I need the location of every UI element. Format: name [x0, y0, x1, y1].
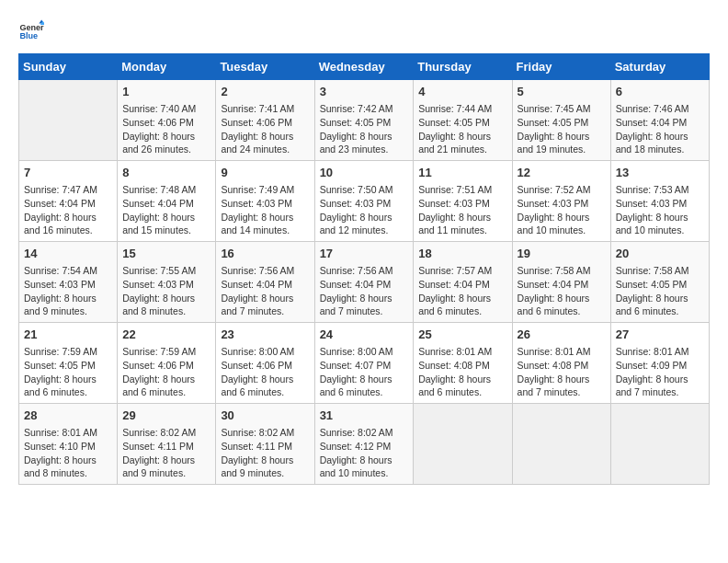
- calendar-cell: 7Sunrise: 7:47 AMSunset: 4:04 PMDaylight…: [19, 161, 118, 242]
- day-number: 13: [616, 165, 704, 181]
- calendar-week-row: 1Sunrise: 7:40 AMSunset: 4:06 PMDaylight…: [19, 80, 710, 161]
- calendar-cell: 29Sunrise: 8:02 AMSunset: 4:11 PMDayligh…: [118, 404, 216, 485]
- calendar-cell: 13Sunrise: 7:53 AMSunset: 4:03 PMDayligh…: [610, 161, 709, 242]
- day-info: Sunrise: 7:45 AMSunset: 4:05 PMDaylight:…: [518, 102, 606, 156]
- day-number: 25: [418, 327, 506, 343]
- day-info: Sunrise: 7:57 AMSunset: 4:04 PMDaylight:…: [418, 264, 506, 318]
- calendar-cell: 20Sunrise: 7:58 AMSunset: 4:05 PMDayligh…: [610, 242, 709, 323]
- calendar-cell: 16Sunrise: 7:56 AMSunset: 4:04 PMDayligh…: [216, 242, 314, 323]
- day-info: Sunrise: 7:51 AMSunset: 4:03 PMDaylight:…: [418, 183, 506, 237]
- day-number: 20: [616, 246, 704, 262]
- day-info: Sunrise: 7:47 AMSunset: 4:04 PMDaylight:…: [24, 183, 112, 237]
- calendar-cell: 27Sunrise: 8:01 AMSunset: 4:09 PMDayligh…: [610, 323, 709, 404]
- day-number: 10: [320, 165, 409, 181]
- day-info: Sunrise: 7:55 AMSunset: 4:03 PMDaylight:…: [122, 264, 210, 318]
- calendar-cell: 24Sunrise: 8:00 AMSunset: 4:07 PMDayligh…: [314, 323, 414, 404]
- day-number: 22: [122, 327, 210, 343]
- calendar-cell: 2Sunrise: 7:41 AMSunset: 4:06 PMDaylight…: [216, 80, 314, 161]
- calendar-week-row: 7Sunrise: 7:47 AMSunset: 4:04 PMDaylight…: [19, 161, 710, 242]
- calendar-cell: 23Sunrise: 8:00 AMSunset: 4:06 PMDayligh…: [216, 323, 314, 404]
- day-info: Sunrise: 7:48 AMSunset: 4:04 PMDaylight:…: [122, 183, 210, 237]
- day-number: 3: [320, 84, 409, 100]
- day-number: 23: [221, 327, 309, 343]
- day-info: Sunrise: 7:56 AMSunset: 4:04 PMDaylight:…: [320, 264, 409, 318]
- calendar-cell: 5Sunrise: 7:45 AMSunset: 4:05 PMDaylight…: [512, 80, 610, 161]
- day-number: 6: [616, 84, 704, 100]
- day-info: Sunrise: 7:58 AMSunset: 4:04 PMDaylight:…: [518, 264, 606, 318]
- day-info: Sunrise: 7:59 AMSunset: 4:05 PMDaylight:…: [24, 345, 112, 399]
- day-number: 29: [122, 408, 210, 424]
- day-number: 11: [418, 165, 506, 181]
- weekday-header-saturday: Saturday: [610, 54, 709, 80]
- day-info: Sunrise: 8:02 AMSunset: 4:12 PMDaylight:…: [320, 426, 409, 480]
- calendar-cell: 1Sunrise: 7:40 AMSunset: 4:06 PMDaylight…: [118, 80, 216, 161]
- day-number: 1: [122, 84, 210, 100]
- day-number: 26: [518, 327, 606, 343]
- calendar-week-row: 21Sunrise: 7:59 AMSunset: 4:05 PMDayligh…: [19, 323, 710, 404]
- day-info: Sunrise: 7:56 AMSunset: 4:04 PMDaylight:…: [221, 264, 309, 318]
- calendar-cell: 6Sunrise: 7:46 AMSunset: 4:04 PMDaylight…: [610, 80, 709, 161]
- weekday-header-monday: Monday: [118, 54, 216, 80]
- day-number: 16: [221, 246, 309, 262]
- calendar-cell: 8Sunrise: 7:48 AMSunset: 4:04 PMDaylight…: [118, 161, 216, 242]
- calendar-cell: [610, 404, 709, 485]
- day-number: 5: [518, 84, 606, 100]
- calendar-cell: 21Sunrise: 7:59 AMSunset: 4:05 PMDayligh…: [19, 323, 118, 404]
- day-info: Sunrise: 7:46 AMSunset: 4:04 PMDaylight:…: [616, 102, 704, 156]
- weekday-header-tuesday: Tuesday: [216, 54, 314, 80]
- day-info: Sunrise: 8:00 AMSunset: 4:07 PMDaylight:…: [320, 345, 409, 399]
- day-info: Sunrise: 7:40 AMSunset: 4:06 PMDaylight:…: [122, 102, 210, 156]
- day-number: 9: [221, 165, 309, 181]
- day-info: Sunrise: 8:01 AMSunset: 4:09 PMDaylight:…: [616, 345, 704, 399]
- day-info: Sunrise: 7:44 AMSunset: 4:05 PMDaylight:…: [418, 102, 506, 156]
- calendar-cell: [19, 80, 118, 161]
- page-header: General Blue: [18, 18, 710, 44]
- calendar-cell: 12Sunrise: 7:52 AMSunset: 4:03 PMDayligh…: [512, 161, 610, 242]
- day-info: Sunrise: 7:59 AMSunset: 4:06 PMDaylight:…: [122, 345, 210, 399]
- day-info: Sunrise: 7:52 AMSunset: 4:03 PMDaylight:…: [518, 183, 606, 237]
- day-number: 27: [616, 327, 704, 343]
- day-info: Sunrise: 8:00 AMSunset: 4:06 PMDaylight:…: [221, 345, 309, 399]
- calendar-cell: 17Sunrise: 7:56 AMSunset: 4:04 PMDayligh…: [314, 242, 414, 323]
- day-info: Sunrise: 7:41 AMSunset: 4:06 PMDaylight:…: [221, 102, 309, 156]
- logo-icon: General Blue: [18, 18, 44, 44]
- calendar-cell: [414, 404, 512, 485]
- calendar-cell: 26Sunrise: 8:01 AMSunset: 4:08 PMDayligh…: [512, 323, 610, 404]
- day-info: Sunrise: 8:01 AMSunset: 4:10 PMDaylight:…: [24, 426, 112, 480]
- day-number: 15: [122, 246, 210, 262]
- weekday-header-thursday: Thursday: [414, 54, 512, 80]
- day-info: Sunrise: 7:53 AMSunset: 4:03 PMDaylight:…: [616, 183, 704, 237]
- day-info: Sunrise: 7:49 AMSunset: 4:03 PMDaylight:…: [221, 183, 309, 237]
- day-number: 4: [418, 84, 506, 100]
- calendar-cell: 14Sunrise: 7:54 AMSunset: 4:03 PMDayligh…: [19, 242, 118, 323]
- day-number: 19: [518, 246, 606, 262]
- calendar-cell: [512, 404, 610, 485]
- calendar-cell: 11Sunrise: 7:51 AMSunset: 4:03 PMDayligh…: [414, 161, 512, 242]
- day-info: Sunrise: 8:01 AMSunset: 4:08 PMDaylight:…: [518, 345, 606, 399]
- day-info: Sunrise: 8:02 AMSunset: 4:11 PMDaylight:…: [221, 426, 309, 480]
- day-info: Sunrise: 7:42 AMSunset: 4:05 PMDaylight:…: [320, 102, 409, 156]
- calendar-cell: 22Sunrise: 7:59 AMSunset: 4:06 PMDayligh…: [118, 323, 216, 404]
- day-number: 8: [122, 165, 210, 181]
- calendar-table: SundayMondayTuesdayWednesdayThursdayFrid…: [18, 53, 710, 485]
- weekday-header-friday: Friday: [512, 54, 610, 80]
- calendar-cell: 10Sunrise: 7:50 AMSunset: 4:03 PMDayligh…: [314, 161, 414, 242]
- weekday-header-sunday: Sunday: [19, 54, 118, 80]
- day-info: Sunrise: 7:54 AMSunset: 4:03 PMDaylight:…: [24, 264, 112, 318]
- day-number: 28: [24, 408, 112, 424]
- day-number: 18: [418, 246, 506, 262]
- day-info: Sunrise: 8:01 AMSunset: 4:08 PMDaylight:…: [418, 345, 506, 399]
- calendar-cell: 30Sunrise: 8:02 AMSunset: 4:11 PMDayligh…: [216, 404, 314, 485]
- calendar-cell: 28Sunrise: 8:01 AMSunset: 4:10 PMDayligh…: [19, 404, 118, 485]
- weekday-header-row: SundayMondayTuesdayWednesdayThursdayFrid…: [19, 54, 710, 80]
- day-number: 17: [320, 246, 409, 262]
- day-info: Sunrise: 7:50 AMSunset: 4:03 PMDaylight:…: [320, 183, 409, 237]
- calendar-week-row: 14Sunrise: 7:54 AMSunset: 4:03 PMDayligh…: [19, 242, 710, 323]
- calendar-cell: 9Sunrise: 7:49 AMSunset: 4:03 PMDaylight…: [216, 161, 314, 242]
- svg-text:Blue: Blue: [19, 31, 38, 40]
- day-number: 21: [24, 327, 112, 343]
- calendar-cell: 18Sunrise: 7:57 AMSunset: 4:04 PMDayligh…: [414, 242, 512, 323]
- calendar-cell: 19Sunrise: 7:58 AMSunset: 4:04 PMDayligh…: [512, 242, 610, 323]
- calendar-cell: 15Sunrise: 7:55 AMSunset: 4:03 PMDayligh…: [118, 242, 216, 323]
- calendar-week-row: 28Sunrise: 8:01 AMSunset: 4:10 PMDayligh…: [19, 404, 710, 485]
